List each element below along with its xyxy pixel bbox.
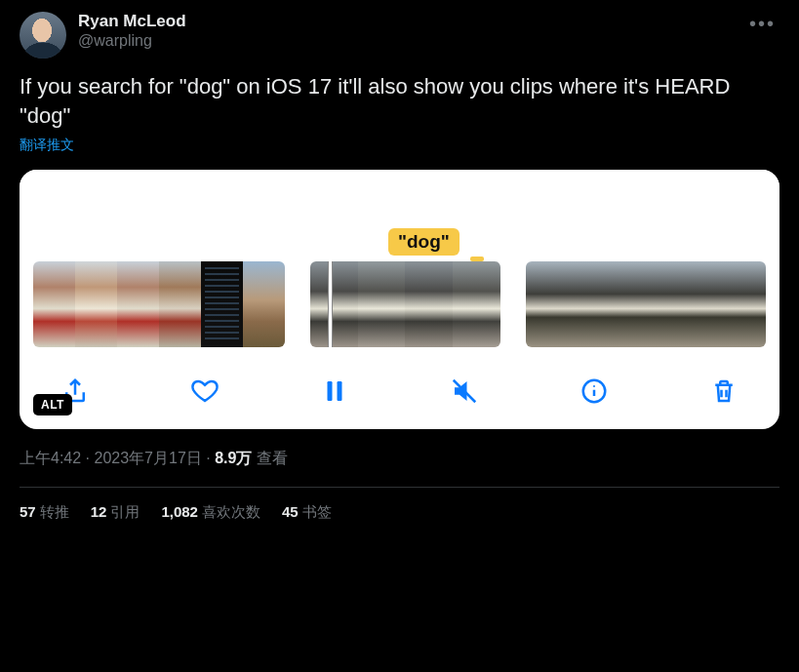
translate-link[interactable]: 翻译推文 <box>20 137 74 154</box>
tweet-date[interactable]: 2023年7月17日 <box>94 450 201 466</box>
clip-1[interactable] <box>33 261 285 347</box>
stat-bookmarks[interactable]: 45书签 <box>282 503 332 522</box>
view-label: 查看 <box>257 450 288 466</box>
clip-frame <box>117 261 159 347</box>
clip-frame <box>75 261 117 347</box>
svg-rect-1 <box>338 381 342 401</box>
user-handle[interactable]: @warpling <box>78 31 734 50</box>
clip-frame <box>526 261 566 347</box>
avatar[interactable] <box>20 12 66 59</box>
stat-label: 书签 <box>302 503 332 520</box>
stat-label: 转推 <box>40 503 69 520</box>
clip-frame <box>606 261 646 347</box>
avatar-image <box>20 12 66 59</box>
svg-rect-0 <box>328 381 333 401</box>
clip-2-active[interactable] <box>310 261 500 347</box>
tweet-stats: 57转推 12引用 1,082喜欢次数 45书签 <box>20 488 779 537</box>
playhead[interactable] <box>328 261 333 347</box>
stat-label: 引用 <box>110 503 140 520</box>
svg-point-5 <box>593 385 595 387</box>
clip-3[interactable] <box>526 261 766 347</box>
clip-frame <box>646 261 686 347</box>
stat-likes[interactable]: 1,082喜欢次数 <box>161 503 260 522</box>
view-count[interactable]: 8.9万 <box>215 450 252 466</box>
tweet-container: Ryan McLeod @warpling ••• If you search … <box>0 0 799 537</box>
user-block: Ryan McLeod @warpling <box>78 12 734 51</box>
pause-icon[interactable] <box>318 375 351 408</box>
clip-frame <box>201 261 243 347</box>
filmstrip <box>20 256 779 353</box>
clip-frame <box>33 261 75 347</box>
stat-count: 45 <box>282 503 299 520</box>
stat-label: 喜欢次数 <box>202 503 260 520</box>
stat-count: 1,082 <box>161 503 198 520</box>
stat-count: 12 <box>91 503 107 520</box>
tweet-header: Ryan McLeod @warpling ••• <box>20 12 779 59</box>
clip-frame <box>726 261 766 347</box>
clip-frame <box>159 261 201 347</box>
tweet-text: If you search for "dog" on iOS 17 it'll … <box>20 72 779 130</box>
tweet-time[interactable]: 上午4:42 <box>20 450 81 466</box>
trash-icon[interactable] <box>707 375 740 408</box>
stat-quotes[interactable]: 12引用 <box>91 503 140 522</box>
clip-frame <box>310 261 358 347</box>
stat-count: 57 <box>20 503 36 520</box>
clip-frame <box>686 261 726 347</box>
clip-frame <box>358 261 406 347</box>
media-toolbar <box>20 353 779 415</box>
clip-frame <box>405 261 453 347</box>
alt-badge[interactable]: ALT <box>33 394 72 415</box>
clip-frame <box>453 261 500 347</box>
clip-frame <box>566 261 606 347</box>
heart-icon[interactable] <box>188 375 221 408</box>
info-icon[interactable] <box>578 375 611 408</box>
search-term-badge: "dog" <box>388 228 459 256</box>
mute-icon[interactable] <box>448 375 481 408</box>
display-name[interactable]: Ryan McLeod <box>78 12 734 31</box>
tweet-meta: 上午4:42 · 2023年7月17日 · 8.9万 查看 <box>20 449 779 469</box>
stat-retweets[interactable]: 57转推 <box>20 503 69 522</box>
media-header-space: "dog" <box>20 170 779 256</box>
more-icon[interactable]: ••• <box>745 12 779 35</box>
media-card[interactable]: "dog" <box>20 170 779 429</box>
clip-frame <box>243 261 285 347</box>
